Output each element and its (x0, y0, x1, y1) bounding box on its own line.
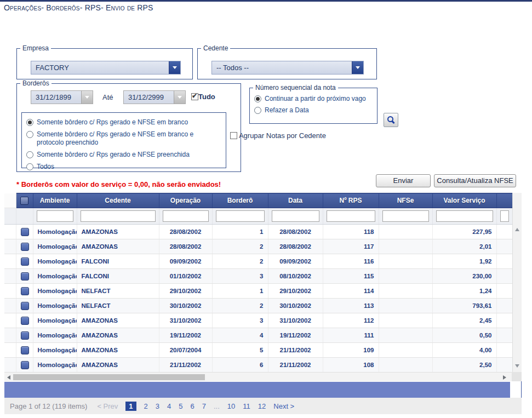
filter-input-data[interactable] (272, 210, 319, 222)
row-checkbox[interactable] (21, 243, 29, 251)
filter-input-rps[interactable] (327, 210, 375, 222)
date-to-select[interactable]: 31/12/2999 (123, 90, 186, 104)
row-checkbox[interactable] (21, 287, 29, 295)
tudo-checkbox-row[interactable]: Tudo (191, 93, 215, 101)
cell-data: 30/10/2002 (268, 299, 323, 313)
column-header-nfse[interactable]: NFSe (379, 193, 432, 208)
top-border-strip (0, 0, 532, 2)
cell-ambiente: Homologação (33, 254, 77, 269)
search-button[interactable] (384, 113, 398, 127)
scroll-right-icon[interactable] (503, 375, 506, 380)
column-header-data[interactable]: Data (268, 193, 323, 208)
cell-data: 28/08/2002 (268, 239, 323, 254)
cell-extra (496, 254, 512, 269)
radio-icon[interactable] (26, 119, 33, 126)
pagination-page-11[interactable]: 11 (243, 402, 250, 410)
filter-cell-operacao (159, 208, 212, 225)
cell-valor: 4,00 (432, 343, 496, 358)
cell-nfse (379, 239, 432, 254)
column-header-rps[interactable]: Nº RPS (323, 193, 379, 208)
enviar-button[interactable]: Enviar (376, 174, 431, 187)
cedente-legend: Cedente (201, 44, 230, 52)
column-header-valor[interactable]: Valor Serviço (432, 193, 496, 208)
row-checkbox[interactable] (21, 228, 29, 236)
consulta-atualiza-button[interactable]: Consulta/Atualiza NFSE (434, 174, 516, 187)
vertical-scrollbar[interactable] (512, 193, 522, 372)
scroll-left-icon[interactable] (7, 375, 10, 380)
row-checkbox[interactable] (21, 346, 29, 354)
cell-valor: 1,24 (432, 284, 496, 299)
scroll-up-icon[interactable] (515, 228, 519, 231)
date-to-value: 31/12/2999 (124, 93, 174, 101)
row-checkbox[interactable] (21, 272, 29, 280)
pagination-page-3[interactable]: 3 (156, 402, 159, 410)
numero-option-1[interactable]: Refazer a Data (254, 106, 375, 114)
grid-filter-row (4, 208, 512, 225)
agrupar-checkbox-row[interactable]: Agrupar Notas por Cedente (230, 131, 326, 140)
horizontal-scroll-thumb[interactable] (13, 374, 205, 380)
cell-cedente: AMAZONAS (77, 225, 159, 239)
borderos-option-2[interactable]: Somente bôrdero c/ Rps gerado e NFSE pre… (26, 151, 221, 159)
row-checkbox[interactable] (21, 361, 29, 369)
pagination-page-7[interactable]: 7 (202, 402, 206, 410)
cell-extra (496, 313, 512, 328)
column-header-cedente[interactable]: Cedente (77, 193, 159, 208)
chevron-down-icon[interactable] (169, 61, 180, 74)
chevron-down-icon[interactable] (81, 91, 93, 104)
column-header-bordero[interactable]: Borderô (212, 193, 268, 208)
filter-input-extra[interactable] (500, 210, 509, 222)
select-all-header[interactable] (16, 193, 33, 208)
pagination-page-12[interactable]: 12 (258, 402, 266, 410)
row-checkbox-cell (16, 269, 33, 284)
select-all-checkbox[interactable] (20, 197, 28, 205)
cedente-select[interactable]: -- Todos -- (211, 61, 364, 75)
radio-icon[interactable] (26, 151, 33, 158)
filter-cell-extra (496, 208, 512, 225)
borderos-option-1[interactable]: Somente bôrdero c/ Rps gerado e NFSE em … (26, 130, 221, 147)
filter-cell-bordero (212, 208, 268, 225)
row-checkbox[interactable] (21, 331, 29, 340)
borderos-option-3[interactable]: Todos (26, 163, 221, 171)
cell-bordero: 4 (212, 328, 268, 343)
column-header-ambiente[interactable]: Ambiente (33, 193, 77, 208)
pagination-page-2[interactable]: 2 (144, 402, 148, 410)
pagination-next[interactable]: Next > (273, 402, 294, 410)
row-checkbox[interactable] (21, 257, 29, 266)
table-row: HomologaçãoAMAZONAS28/08/2002128/08/2002… (4, 225, 512, 239)
chevron-down-icon[interactable] (174, 91, 185, 104)
tudo-checkbox[interactable] (191, 93, 198, 100)
filter-input-nfse[interactable] (382, 210, 429, 222)
cell-rps: 109 (323, 343, 379, 358)
empresa-select[interactable]: FACTORY (31, 61, 181, 75)
numero-option-0[interactable]: Continuar a partir do próximo vago (254, 95, 375, 103)
horizontal-scrollbar[interactable] (4, 372, 512, 381)
radio-icon[interactable] (254, 107, 261, 114)
cell-ambiente: Homologação (33, 299, 77, 313)
pagination-page-5[interactable]: 5 (179, 402, 182, 410)
row-checkbox[interactable] (21, 302, 29, 310)
pagination-page-6[interactable]: 6 (191, 402, 195, 410)
row-indicator (4, 328, 16, 343)
agrupar-checkbox[interactable] (230, 132, 237, 139)
radio-icon[interactable] (26, 131, 33, 138)
horizontal-scrollbar-row (4, 372, 522, 381)
borderos-option-0[interactable]: Somente bôrdero c/ Rps gerado e NFSE em … (26, 118, 221, 127)
chevron-down-icon[interactable] (352, 61, 363, 74)
cell-extra (496, 343, 512, 358)
filter-input-operacao[interactable] (163, 210, 209, 222)
filter-input-bordero[interactable] (216, 210, 265, 222)
scroll-down-icon[interactable] (515, 364, 519, 368)
radio-icon[interactable] (26, 163, 33, 170)
pagination-prev[interactable]: < Prev (97, 402, 118, 410)
filter-input-valor[interactable] (436, 210, 493, 222)
filter-input-cedente[interactable] (81, 210, 156, 222)
pagination-page-4[interactable]: 4 (167, 402, 171, 410)
date-from-select[interactable]: 31/12/1899 (31, 90, 93, 104)
pagination-page-10[interactable]: 10 (227, 402, 235, 410)
radio-icon[interactable] (254, 95, 261, 102)
cell-data: 31/10/2002 (268, 313, 323, 328)
row-checkbox[interactable] (21, 317, 29, 325)
scrollbar-corner (512, 372, 522, 381)
column-header-operacao[interactable]: Operação (159, 193, 212, 208)
filter-input-ambiente[interactable] (37, 210, 73, 222)
